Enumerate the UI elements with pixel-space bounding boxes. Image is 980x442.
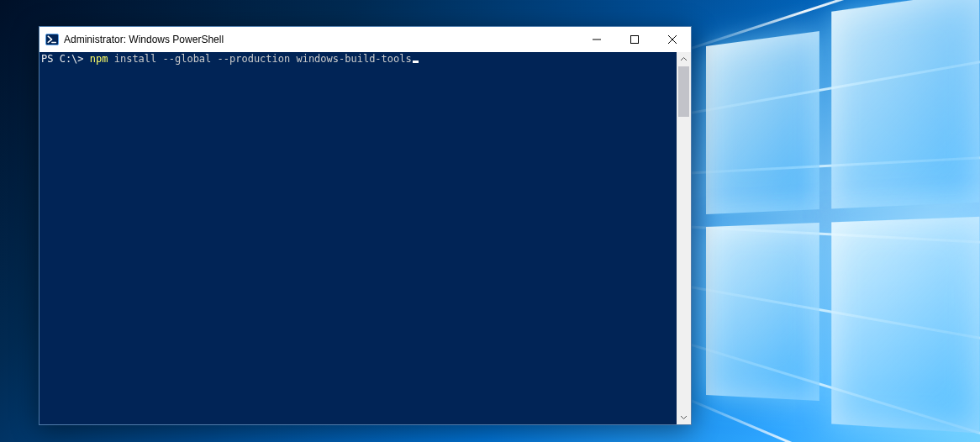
prompt-text: PS C:\>	[41, 53, 90, 65]
scroll-thumb[interactable]	[678, 66, 689, 117]
terminal-output[interactable]: PS C:\> npm install --global --productio…	[40, 52, 677, 424]
svg-rect-3	[630, 36, 638, 44]
windows-logo	[706, 12, 966, 318]
scroll-up-button[interactable]	[677, 52, 691, 66]
window-title: Administrator: Windows PowerShell	[64, 34, 224, 45]
powershell-icon	[45, 33, 59, 46]
powershell-window: Administrator: Windows PowerShell PS C:\…	[39, 26, 692, 425]
maximize-button[interactable]	[615, 27, 653, 52]
scroll-down-button[interactable]	[677, 410, 691, 424]
client-area: PS C:\> npm install --global --productio…	[40, 52, 691, 424]
titlebar[interactable]: Administrator: Windows PowerShell	[40, 27, 691, 52]
text-cursor	[413, 61, 419, 63]
vertical-scrollbar[interactable]	[677, 52, 691, 424]
command-args: install --global --production windows-bu…	[108, 53, 411, 65]
minimize-button[interactable]	[577, 27, 615, 52]
command-name: npm	[90, 53, 108, 65]
close-button[interactable]	[653, 27, 691, 52]
